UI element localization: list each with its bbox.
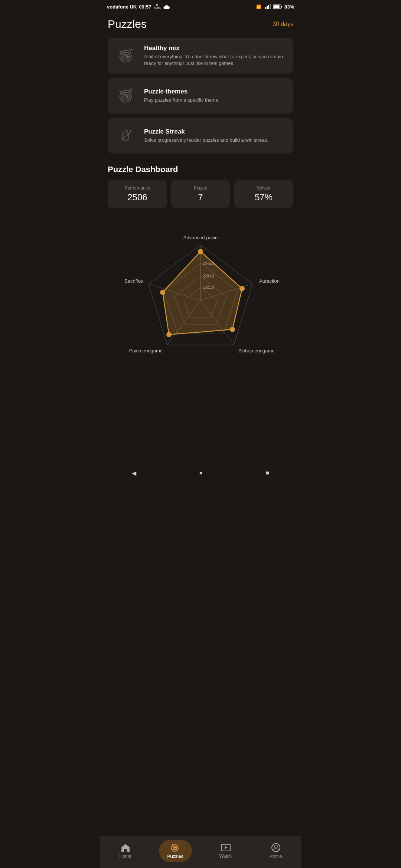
- dashboard-title: Puzzle Dashboard: [108, 165, 293, 174]
- svg-marker-41: [163, 251, 242, 335]
- healthy-mix-card[interactable]: Healthy mix A bit of everything. You don…: [108, 38, 293, 73]
- nav-home[interactable]: Home: [100, 843, 150, 859]
- puzzle-streak-card[interactable]: Puzzle Streak Solve progressively harder…: [108, 118, 293, 154]
- puzzle-themes-desc: Play puzzles from a specific theme.: [144, 97, 220, 103]
- stat-performance-value: 2506: [127, 192, 147, 203]
- svg-rect-1: [265, 7, 266, 9]
- svg-rect-4: [270, 4, 271, 9]
- bottom-nav: Home Puzzles Watch Profile: [100, 836, 301, 868]
- nav-home-label: Home: [119, 854, 131, 859]
- house-icon: [121, 843, 130, 852]
- person-circle-icon: [271, 843, 281, 852]
- puzzle-streak-title: Puzzle Streak: [144, 128, 268, 135]
- healthy-mix-title: Healthy mix: [144, 45, 286, 52]
- nav-watch-label: Watch: [219, 854, 232, 859]
- nav-profile-label: Profile: [269, 854, 282, 859]
- stat-performance: Performance 2506: [108, 180, 167, 208]
- svg-text:📶: 📶: [256, 4, 261, 9]
- healthy-mix-icon: [115, 45, 137, 67]
- time-label: 09:57: [139, 4, 151, 10]
- puzzle-themes-content: Puzzle themes Play puzzles from a specif…: [144, 88, 220, 103]
- stat-solved-label: Solved: [257, 185, 271, 191]
- svg-point-60: [274, 845, 277, 848]
- cards-section: Healthy mix A bit of everything. You don…: [100, 34, 301, 157]
- puzzle-themes-icon: [115, 85, 137, 107]
- dashboard-section: Puzzle Dashboard Performance 2506 Played…: [100, 157, 301, 391]
- page-title: Puzzles: [108, 18, 147, 30]
- nav-watch[interactable]: Watch: [200, 843, 251, 859]
- nav-profile[interactable]: Profile: [251, 843, 301, 859]
- svg-point-45: [166, 332, 172, 337]
- stat-played: Played 7: [171, 180, 230, 208]
- svg-point-43: [239, 286, 245, 291]
- data-unit: KB/S: [153, 7, 160, 10]
- stat-performance-label: Performance: [125, 185, 150, 191]
- radar-chart: 1921.0 2283.0 2645.0 Advanced pawn Attr: [108, 215, 293, 387]
- puzzle-streak-icon: [115, 125, 137, 147]
- svg-marker-58: [225, 846, 228, 849]
- wifi-icon: 📶: [256, 4, 263, 9]
- page-header: Puzzles 30 days: [100, 12, 301, 34]
- status-right: 📶 83%: [256, 4, 294, 10]
- healthy-mix-content: Healthy mix A bit of everything. You don…: [144, 45, 286, 67]
- days-badge: 30 days: [273, 21, 293, 27]
- puzzle-themes-title: Puzzle themes: [144, 88, 220, 95]
- puzzle-themes-card[interactable]: Puzzle themes Play puzzles from a specif…: [108, 78, 293, 114]
- svg-point-42: [198, 249, 203, 254]
- svg-point-44: [230, 327, 235, 332]
- svg-text:Pawn endgame: Pawn endgame: [129, 348, 163, 354]
- stat-solved: Solved 57%: [234, 180, 293, 208]
- status-left: vodafone UK 09:57 0 KB/S: [107, 4, 170, 10]
- nav-puzzles[interactable]: Puzzles: [150, 840, 200, 862]
- svg-point-46: [160, 290, 165, 295]
- svg-text:Advanced pawn: Advanced pawn: [183, 235, 218, 240]
- svg-rect-2: [267, 6, 268, 9]
- svg-text:Attraction: Attraction: [259, 278, 280, 284]
- back-button[interactable]: ◀: [132, 470, 136, 477]
- stats-row: Performance 2506 Played 7 Solved 57%: [108, 180, 293, 208]
- svg-marker-14: [131, 49, 133, 50]
- svg-text:Bishop endgame: Bishop endgame: [238, 348, 275, 354]
- stat-solved-value: 57%: [255, 192, 273, 203]
- puzzle-streak-content: Puzzle Streak Solve progressively harder…: [144, 128, 268, 144]
- data-speed: 0 KB/S: [153, 4, 160, 10]
- puzzle-streak-desc: Solve progressively harder puzzles and b…: [144, 137, 268, 144]
- svg-rect-6: [281, 6, 282, 7]
- carrier-label: vodafone UK: [107, 4, 137, 10]
- svg-rect-7: [274, 5, 279, 8]
- stat-played-label: Played: [194, 185, 208, 191]
- battery-icon: [273, 4, 282, 9]
- battery-label: 83%: [284, 4, 294, 10]
- nav-puzzles-label: Puzzles: [167, 854, 183, 859]
- svg-rect-3: [268, 5, 269, 9]
- target-dart-icon: [170, 843, 180, 852]
- svg-marker-22: [130, 130, 131, 132]
- system-nav-bar: ◀ ● ■: [100, 465, 301, 484]
- svg-line-13: [129, 49, 131, 50]
- tv-play-icon: [221, 843, 231, 852]
- home-button[interactable]: ●: [199, 470, 203, 476]
- cloud-icon: [163, 4, 170, 9]
- signal-icon: [265, 4, 271, 9]
- status-bar: vodafone UK 09:57 0 KB/S 📶: [100, 0, 301, 12]
- recents-button[interactable]: ■: [266, 470, 270, 476]
- stat-played-value: 7: [198, 192, 203, 203]
- svg-text:Sacrifice: Sacrifice: [124, 278, 143, 284]
- healthy-mix-desc: A bit of everything. You don't know what…: [144, 53, 286, 67]
